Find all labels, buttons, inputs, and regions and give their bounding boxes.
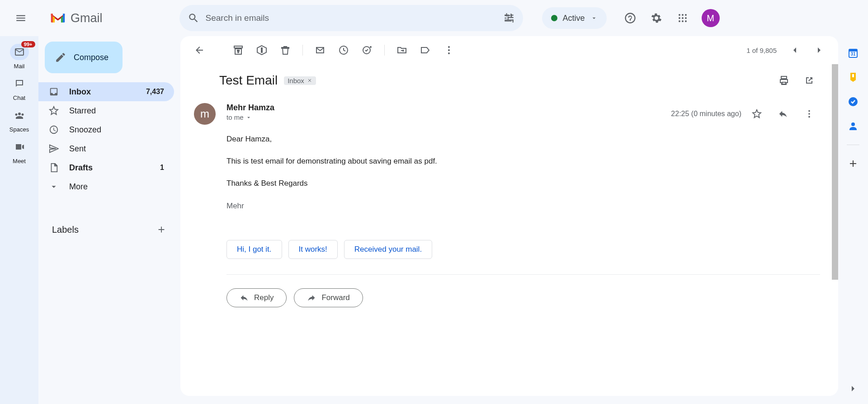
more-vert-icon (443, 45, 454, 56)
keep-addon[interactable] (847, 71, 859, 83)
sender-avatar[interactable]: m (194, 103, 216, 125)
star-message-button[interactable] (746, 103, 768, 125)
archive-button[interactable] (227, 39, 249, 61)
email-subject: Test Email (219, 73, 278, 88)
smart-reply-2[interactable]: It works! (288, 240, 338, 259)
rail-item-mail[interactable]: 99+ Mail (0, 41, 38, 72)
print-icon (778, 75, 789, 86)
add-task-button[interactable] (356, 39, 378, 61)
svg-point-5 (685, 14, 687, 16)
body-paragraph: Thanks & Best Regards (226, 177, 820, 189)
toolbar-separator (384, 45, 385, 56)
menu-icon (15, 12, 27, 24)
spaces-icon (14, 110, 25, 121)
envelope-icon (315, 45, 326, 56)
rail-item-meet[interactable]: Meet (0, 136, 38, 167)
right-panel: 31 (838, 36, 868, 404)
contacts-icon (848, 121, 859, 132)
svg-point-7 (682, 17, 684, 19)
report-spam-button[interactable] (251, 39, 273, 61)
status-chip[interactable]: Active (542, 7, 607, 29)
open-new-window-button[interactable] (798, 70, 820, 91)
chevron-down-icon (590, 14, 598, 22)
recipients-toggle[interactable]: to me (226, 113, 671, 121)
reply-label: Reply (254, 293, 274, 302)
mark-unread-button[interactable] (309, 39, 331, 61)
send-icon (49, 144, 59, 154)
message-time: 22:25 (0 minutes ago) (671, 110, 741, 118)
star-icon (752, 109, 762, 119)
inbox-label-chip[interactable]: Inbox (284, 76, 316, 85)
close-icon[interactable] (307, 78, 312, 83)
to-text: to me (226, 113, 244, 121)
smart-reply-3[interactable]: Received your mail. (344, 240, 432, 259)
status-label: Active (563, 14, 585, 23)
plus-icon (156, 225, 166, 235)
forward-button[interactable]: Forward (294, 288, 363, 307)
folder-inbox[interactable]: Inbox 7,437 (38, 82, 174, 101)
help-button[interactable] (619, 7, 641, 29)
pencil-icon (55, 52, 66, 63)
message-more-button[interactable] (798, 103, 820, 125)
rail-item-chat[interactable]: Chat (0, 72, 38, 104)
add-label-button[interactable] (154, 222, 169, 237)
svg-point-25 (851, 122, 855, 126)
folder-starred[interactable]: Starred (38, 101, 174, 120)
labels-button[interactable] (415, 39, 436, 61)
main-menu-button[interactable] (8, 5, 33, 31)
svg-point-11 (685, 20, 687, 22)
reply-icon (778, 109, 788, 119)
profile-avatar[interactable]: M (702, 9, 720, 27)
forward-icon (307, 293, 316, 302)
svg-point-3 (679, 14, 680, 16)
folder-more[interactable]: More (38, 177, 174, 196)
scrollbar-thumb[interactable] (832, 64, 838, 280)
snooze-button[interactable] (333, 39, 354, 61)
body-paragraph: Dear Hamza, (226, 133, 820, 145)
gmail-logo[interactable]: Gmail (50, 11, 103, 25)
contacts-addon[interactable] (847, 120, 859, 132)
sender-row: m Mehr Hamza to me 22:25 (0 minutes ago) (180, 91, 838, 125)
more-vert-icon (804, 109, 814, 119)
meet-icon (14, 141, 25, 152)
forward-label: Forward (321, 293, 349, 302)
svg-point-8 (685, 17, 687, 19)
print-button[interactable] (773, 70, 795, 91)
search-options-icon[interactable] (503, 12, 515, 24)
open-new-icon (804, 75, 815, 86)
rail-item-spaces[interactable]: Spaces (0, 104, 38, 136)
rail-chat-label: Chat (13, 94, 25, 101)
more-button[interactable] (438, 39, 460, 61)
search-input[interactable] (206, 13, 503, 23)
get-addons-button[interactable] (847, 158, 859, 169)
move-to-button[interactable] (391, 39, 413, 61)
search-bar[interactable] (179, 5, 523, 31)
reply-button[interactable]: Reply (226, 288, 287, 307)
back-button[interactable] (189, 39, 210, 61)
delete-button[interactable] (274, 39, 296, 61)
email-body: Dear Hamza, This is test email for demon… (180, 125, 838, 222)
calendar-addon[interactable]: 31 (847, 47, 859, 59)
body-paragraph: This is test email for demonstrating abo… (226, 155, 820, 167)
app-title: Gmail (71, 11, 103, 25)
next-button[interactable] (808, 39, 830, 61)
svg-point-17 (808, 110, 810, 112)
smart-reply-1[interactable]: Hi, I got it. (226, 240, 282, 259)
scrollbar[interactable] (832, 64, 838, 396)
profile-initial: M (707, 13, 714, 23)
settings-button[interactable] (646, 7, 667, 29)
collapse-panel-button[interactable] (845, 381, 861, 397)
folder-drafts[interactable]: Drafts 1 (38, 158, 174, 177)
pager-text: 1 of 9,805 (746, 47, 777, 54)
reply-icon-button[interactable] (772, 103, 794, 125)
folder-sent[interactable]: Sent (38, 139, 174, 158)
spam-icon (256, 45, 267, 56)
tasks-addon[interactable] (847, 96, 859, 108)
mail-toolbar: 1 of 9,805 (180, 36, 838, 64)
chevron-left-icon (789, 45, 800, 56)
folder-snoozed[interactable]: Snoozed (38, 120, 174, 139)
compose-button[interactable]: Compose (45, 42, 123, 73)
prev-button[interactable] (784, 39, 806, 61)
inbox-label-text: Inbox (288, 77, 304, 85)
apps-button[interactable] (672, 7, 693, 29)
